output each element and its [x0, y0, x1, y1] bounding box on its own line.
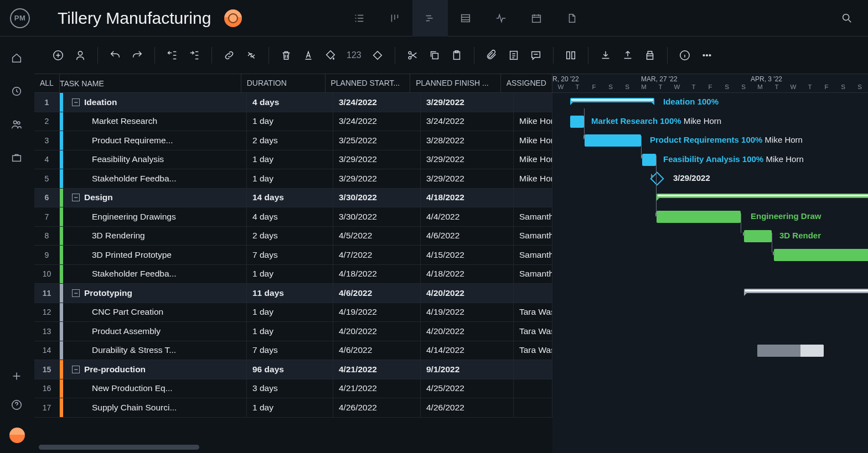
cell-task-name[interactable]: New Production Eq...	[60, 379, 247, 398]
clock-icon[interactable]	[11, 85, 24, 98]
cell-task-name[interactable]: − Ideation	[60, 93, 247, 112]
view-file-icon[interactable]	[554, 0, 590, 37]
cell-assigned[interactable]: Mike Horn	[514, 150, 552, 169]
cell-task-name[interactable]: Feasibility Analysis	[60, 150, 247, 169]
cell-finish[interactable]: 3/24/2022	[421, 112, 514, 131]
cell-finish[interactable]: 3/29/2022	[421, 169, 514, 188]
cell-finish[interactable]: 4/4/2022	[421, 207, 514, 226]
cell-finish[interactable]: 4/26/2022	[421, 398, 514, 417]
delete-icon[interactable]	[278, 49, 294, 61]
horizontal-scrollbar[interactable]	[39, 445, 199, 450]
cell-task-name[interactable]: − Prototyping	[60, 284, 247, 303]
table-row[interactable]: 4 Feasibility Analysis 1 day 3/29/2022 3…	[34, 150, 552, 170]
cell-assigned[interactable]: Samantha Cu	[514, 246, 552, 264]
cell-duration[interactable]: 1 day	[247, 303, 333, 322]
col-assigned[interactable]: ASSIGNED	[501, 74, 552, 92]
home-icon[interactable]	[11, 52, 24, 65]
cell-task-name[interactable]: Durability & Stress T...	[60, 341, 247, 360]
cell-duration[interactable]: 7 days	[247, 246, 333, 264]
cell-duration[interactable]: 1 day	[247, 112, 333, 131]
cell-task-name[interactable]: 3D Printed Prototype	[60, 246, 247, 264]
cell-assigned[interactable]: Mike Horn	[514, 112, 552, 131]
cell-assigned[interactable]: Samantha Cu	[514, 265, 552, 284]
gantt-task-bar[interactable]	[570, 116, 584, 128]
plus-icon[interactable]	[11, 370, 24, 383]
gantt-chart[interactable]: R, 20 '22MAR, 27 '22APR, 3 '22 WTFSSMTWT…	[552, 74, 868, 453]
info-icon[interactable]	[676, 49, 693, 61]
unlink-icon[interactable]	[243, 49, 260, 61]
cell-task-name[interactable]: Market Research	[60, 112, 247, 131]
cell-task-name[interactable]: CNC Part Creation	[60, 303, 247, 322]
cell-start[interactable]: 4/6/2022	[333, 341, 421, 360]
cell-start[interactable]: 3/24/2022	[333, 93, 421, 112]
gantt-task-bar[interactable]	[744, 230, 772, 242]
cell-task-name[interactable]: Product Assembly	[60, 322, 247, 341]
table-row[interactable]: 1 − Ideation 4 days 3/24/2022 3/29/2022	[34, 93, 552, 112]
assign-icon[interactable]	[72, 49, 89, 61]
cell-start[interactable]: 4/7/2022	[333, 246, 421, 264]
gantt-task-bar[interactable]	[585, 134, 641, 147]
cell-start[interactable]: 3/29/2022	[333, 150, 421, 169]
cell-duration[interactable]: 1 day	[247, 398, 333, 417]
cell-start[interactable]: 4/20/2022	[333, 322, 421, 341]
cell-assigned[interactable]: Samantha Cu	[514, 227, 552, 246]
cell-duration[interactable]: 96 days	[247, 360, 333, 379]
cell-start[interactable]: 3/30/2022	[333, 189, 421, 207]
paste-icon[interactable]	[448, 49, 465, 61]
cell-task-name[interactable]: − Design	[60, 189, 247, 207]
gantt-task-bar[interactable]	[774, 249, 868, 261]
text-color-icon[interactable]	[300, 49, 317, 61]
table-row[interactable]: 8 3D Rendering 2 days 4/5/2022 4/6/2022 …	[34, 227, 552, 246]
user-avatar[interactable]	[9, 428, 25, 443]
cell-finish[interactable]: 3/29/2022	[421, 93, 514, 112]
cell-assigned[interactable]	[514, 93, 552, 112]
cell-start[interactable]: 3/29/2022	[333, 169, 421, 188]
table-row[interactable]: 5 Stakeholder Feedba... 1 day 3/29/2022 …	[34, 169, 552, 189]
cell-finish[interactable]: 3/28/2022	[421, 131, 514, 150]
cell-duration[interactable]: 1 day	[247, 265, 333, 284]
table-row[interactable]: 3 Product Requireme... 2 days 3/25/2022 …	[34, 131, 552, 150]
cell-assigned[interactable]	[514, 379, 552, 398]
view-list-icon[interactable]	[342, 0, 377, 37]
cell-finish[interactable]: 9/1/2022	[421, 360, 514, 379]
cell-assigned[interactable]	[514, 189, 552, 207]
table-row[interactable]: 15 − Pre-production 96 days 4/21/2022 9/…	[34, 360, 552, 379]
cut-icon[interactable]	[404, 49, 421, 61]
table-row[interactable]: 2 Market Research 1 day 3/24/2022 3/24/2…	[34, 112, 552, 132]
collapse-icon[interactable]: −	[72, 98, 80, 106]
col-task-name[interactable]: TASK NAME	[60, 74, 241, 92]
collapse-icon[interactable]: −	[72, 366, 80, 373]
table-row[interactable]: 12 CNC Part Creation 1 day 4/19/2022 4/1…	[34, 303, 552, 322]
table-row[interactable]: 11 − Prototyping 11 days 4/6/2022 4/20/2…	[34, 284, 552, 303]
cell-duration[interactable]: 4 days	[247, 207, 333, 226]
cell-assigned[interactable]	[514, 284, 552, 303]
table-row[interactable]: 9 3D Printed Prototype 7 days 4/7/2022 4…	[34, 246, 552, 265]
redo-icon[interactable]	[129, 49, 146, 61]
cell-start[interactable]: 4/5/2022	[333, 227, 421, 246]
cell-finish[interactable]: 4/18/2022	[421, 265, 514, 284]
cell-task-name[interactable]: Supply Chain Sourci...	[60, 398, 247, 417]
link-icon[interactable]	[221, 49, 237, 61]
briefcase-icon[interactable]	[11, 152, 24, 165]
cell-finish[interactable]: 4/25/2022	[421, 379, 514, 398]
cell-finish[interactable]: 4/15/2022	[421, 246, 514, 264]
cell-finish[interactable]: 4/14/2022	[421, 341, 514, 360]
cell-duration[interactable]: 7 days	[247, 341, 333, 360]
cell-start[interactable]: 4/6/2022	[333, 284, 421, 303]
collapse-icon[interactable]: −	[72, 289, 80, 297]
export-icon[interactable]	[619, 49, 636, 61]
view-board-icon[interactable]	[377, 0, 412, 37]
indent-icon[interactable]	[186, 49, 203, 61]
table-row[interactable]: 17 Supply Chain Sourci... 1 day 4/26/202…	[34, 398, 552, 418]
cell-assigned[interactable]: Tara Washing	[514, 303, 552, 322]
cell-duration[interactable]: 1 day	[247, 322, 333, 341]
cell-finish[interactable]: 4/20/2022	[421, 284, 514, 303]
cell-assigned[interactable]	[514, 398, 552, 417]
view-table-icon[interactable]	[448, 0, 483, 37]
cell-start[interactable]: 4/18/2022	[333, 265, 421, 284]
view-gantt-icon[interactable]	[412, 0, 448, 37]
table-row[interactable]: 10 Stakeholder Feedba... 1 day 4/18/2022…	[34, 265, 552, 284]
attachment-icon[interactable]	[483, 49, 500, 61]
cell-task-name[interactable]: Engineering Drawings	[60, 207, 247, 226]
table-row[interactable]: 7 Engineering Drawings 4 days 3/30/2022 …	[34, 207, 552, 227]
